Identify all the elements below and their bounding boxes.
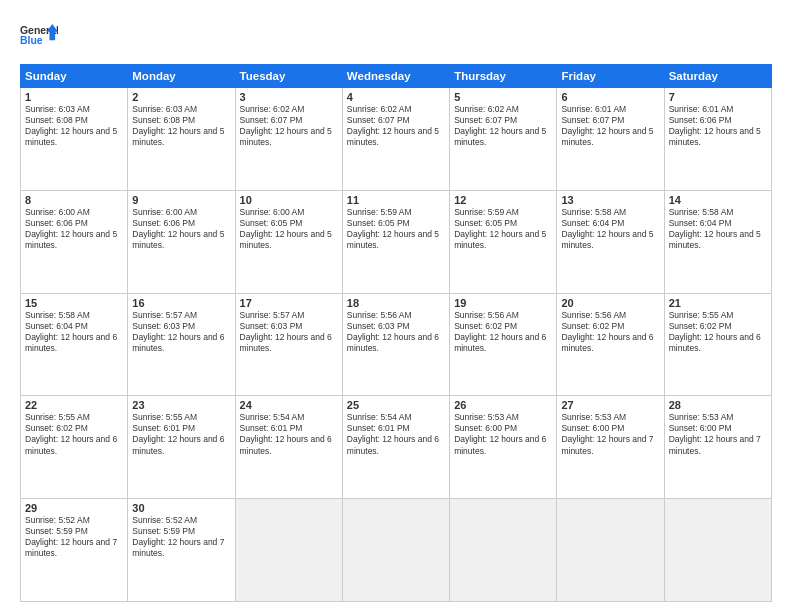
header-saturday: Saturday (664, 65, 771, 88)
day-info: Sunrise: 5:59 AMSunset: 6:05 PMDaylight:… (347, 207, 445, 251)
calendar-cell: 15Sunrise: 5:58 AMSunset: 6:04 PMDayligh… (21, 293, 128, 396)
day-number: 20 (561, 297, 659, 309)
day-info: Sunrise: 5:55 AMSunset: 6:02 PMDaylight:… (669, 310, 767, 354)
day-info: Sunrise: 5:52 AMSunset: 5:59 PMDaylight:… (132, 515, 230, 559)
day-info: Sunrise: 5:58 AMSunset: 6:04 PMDaylight:… (561, 207, 659, 251)
calendar-cell: 16Sunrise: 5:57 AMSunset: 6:03 PMDayligh… (128, 293, 235, 396)
calendar-cell: 21Sunrise: 5:55 AMSunset: 6:02 PMDayligh… (664, 293, 771, 396)
header-friday: Friday (557, 65, 664, 88)
calendar-cell: 27Sunrise: 5:53 AMSunset: 6:00 PMDayligh… (557, 396, 664, 499)
calendar-cell: 6Sunrise: 6:01 AMSunset: 6:07 PMDaylight… (557, 88, 664, 191)
calendar-week-3: 15Sunrise: 5:58 AMSunset: 6:04 PMDayligh… (21, 293, 772, 396)
logo: General Blue (20, 16, 58, 54)
calendar-cell: 30Sunrise: 5:52 AMSunset: 5:59 PMDayligh… (128, 499, 235, 602)
calendar-cell: 24Sunrise: 5:54 AMSunset: 6:01 PMDayligh… (235, 396, 342, 499)
day-number: 19 (454, 297, 552, 309)
calendar-cell: 14Sunrise: 5:58 AMSunset: 6:04 PMDayligh… (664, 190, 771, 293)
calendar-cell: 29Sunrise: 5:52 AMSunset: 5:59 PMDayligh… (21, 499, 128, 602)
day-info: Sunrise: 5:56 AMSunset: 6:02 PMDaylight:… (561, 310, 659, 354)
day-number: 13 (561, 194, 659, 206)
calendar-cell: 10Sunrise: 6:00 AMSunset: 6:05 PMDayligh… (235, 190, 342, 293)
calendar-cell: 18Sunrise: 5:56 AMSunset: 6:03 PMDayligh… (342, 293, 449, 396)
calendar-cell (235, 499, 342, 602)
header-monday: Monday (128, 65, 235, 88)
day-number: 29 (25, 502, 123, 514)
calendar-week-5: 29Sunrise: 5:52 AMSunset: 5:59 PMDayligh… (21, 499, 772, 602)
calendar-cell: 17Sunrise: 5:57 AMSunset: 6:03 PMDayligh… (235, 293, 342, 396)
calendar-week-4: 22Sunrise: 5:55 AMSunset: 6:02 PMDayligh… (21, 396, 772, 499)
calendar-cell: 19Sunrise: 5:56 AMSunset: 6:02 PMDayligh… (450, 293, 557, 396)
day-info: Sunrise: 5:53 AMSunset: 6:00 PMDaylight:… (669, 412, 767, 456)
day-info: Sunrise: 6:02 AMSunset: 6:07 PMDaylight:… (347, 104, 445, 148)
day-number: 3 (240, 91, 338, 103)
logo-svg: General Blue (20, 16, 58, 54)
header-thursday: Thursday (450, 65, 557, 88)
day-number: 25 (347, 399, 445, 411)
day-info: Sunrise: 6:03 AMSunset: 6:08 PMDaylight:… (132, 104, 230, 148)
calendar-cell (450, 499, 557, 602)
calendar-cell: 4Sunrise: 6:02 AMSunset: 6:07 PMDaylight… (342, 88, 449, 191)
day-number: 27 (561, 399, 659, 411)
day-number: 23 (132, 399, 230, 411)
day-number: 21 (669, 297, 767, 309)
day-number: 4 (347, 91, 445, 103)
header-tuesday: Tuesday (235, 65, 342, 88)
calendar-week-1: 1Sunrise: 6:03 AMSunset: 6:08 PMDaylight… (21, 88, 772, 191)
day-number: 2 (132, 91, 230, 103)
day-number: 26 (454, 399, 552, 411)
calendar-cell: 13Sunrise: 5:58 AMSunset: 6:04 PMDayligh… (557, 190, 664, 293)
calendar-cell: 9Sunrise: 6:00 AMSunset: 6:06 PMDaylight… (128, 190, 235, 293)
day-info: Sunrise: 6:02 AMSunset: 6:07 PMDaylight:… (454, 104, 552, 148)
day-number: 9 (132, 194, 230, 206)
calendar-cell (557, 499, 664, 602)
calendar-cell: 1Sunrise: 6:03 AMSunset: 6:08 PMDaylight… (21, 88, 128, 191)
day-number: 15 (25, 297, 123, 309)
day-info: Sunrise: 6:01 AMSunset: 6:07 PMDaylight:… (561, 104, 659, 148)
calendar-cell: 25Sunrise: 5:54 AMSunset: 6:01 PMDayligh… (342, 396, 449, 499)
day-number: 22 (25, 399, 123, 411)
day-number: 18 (347, 297, 445, 309)
day-info: Sunrise: 6:00 AMSunset: 6:06 PMDaylight:… (132, 207, 230, 251)
day-number: 24 (240, 399, 338, 411)
day-number: 16 (132, 297, 230, 309)
day-number: 1 (25, 91, 123, 103)
day-info: Sunrise: 5:53 AMSunset: 6:00 PMDaylight:… (561, 412, 659, 456)
day-info: Sunrise: 5:55 AMSunset: 6:02 PMDaylight:… (25, 412, 123, 456)
day-info: Sunrise: 6:00 AMSunset: 6:05 PMDaylight:… (240, 207, 338, 251)
day-number: 17 (240, 297, 338, 309)
day-info: Sunrise: 5:54 AMSunset: 6:01 PMDaylight:… (347, 412, 445, 456)
day-info: Sunrise: 5:52 AMSunset: 5:59 PMDaylight:… (25, 515, 123, 559)
calendar-cell (342, 499, 449, 602)
day-info: Sunrise: 5:53 AMSunset: 6:00 PMDaylight:… (454, 412, 552, 456)
calendar-cell: 11Sunrise: 5:59 AMSunset: 6:05 PMDayligh… (342, 190, 449, 293)
calendar-cell: 20Sunrise: 5:56 AMSunset: 6:02 PMDayligh… (557, 293, 664, 396)
header-wednesday: Wednesday (342, 65, 449, 88)
day-number: 6 (561, 91, 659, 103)
day-number: 30 (132, 502, 230, 514)
day-number: 12 (454, 194, 552, 206)
day-number: 10 (240, 194, 338, 206)
header-sunday: Sunday (21, 65, 128, 88)
day-info: Sunrise: 5:58 AMSunset: 6:04 PMDaylight:… (25, 310, 123, 354)
day-info: Sunrise: 6:03 AMSunset: 6:08 PMDaylight:… (25, 104, 123, 148)
calendar-cell: 7Sunrise: 6:01 AMSunset: 6:06 PMDaylight… (664, 88, 771, 191)
day-number: 28 (669, 399, 767, 411)
day-number: 8 (25, 194, 123, 206)
day-info: Sunrise: 5:57 AMSunset: 6:03 PMDaylight:… (132, 310, 230, 354)
day-number: 11 (347, 194, 445, 206)
day-info: Sunrise: 5:54 AMSunset: 6:01 PMDaylight:… (240, 412, 338, 456)
day-number: 7 (669, 91, 767, 103)
day-info: Sunrise: 6:02 AMSunset: 6:07 PMDaylight:… (240, 104, 338, 148)
day-info: Sunrise: 5:55 AMSunset: 6:01 PMDaylight:… (132, 412, 230, 456)
day-info: Sunrise: 6:01 AMSunset: 6:06 PMDaylight:… (669, 104, 767, 148)
calendar-cell: 5Sunrise: 6:02 AMSunset: 6:07 PMDaylight… (450, 88, 557, 191)
calendar-cell: 26Sunrise: 5:53 AMSunset: 6:00 PMDayligh… (450, 396, 557, 499)
calendar-cell: 12Sunrise: 5:59 AMSunset: 6:05 PMDayligh… (450, 190, 557, 293)
day-info: Sunrise: 5:59 AMSunset: 6:05 PMDaylight:… (454, 207, 552, 251)
svg-text:Blue: Blue (20, 35, 43, 46)
day-info: Sunrise: 6:00 AMSunset: 6:06 PMDaylight:… (25, 207, 123, 251)
calendar-cell: 22Sunrise: 5:55 AMSunset: 6:02 PMDayligh… (21, 396, 128, 499)
calendar-cell: 3Sunrise: 6:02 AMSunset: 6:07 PMDaylight… (235, 88, 342, 191)
calendar-cell (664, 499, 771, 602)
day-info: Sunrise: 5:56 AMSunset: 6:02 PMDaylight:… (454, 310, 552, 354)
